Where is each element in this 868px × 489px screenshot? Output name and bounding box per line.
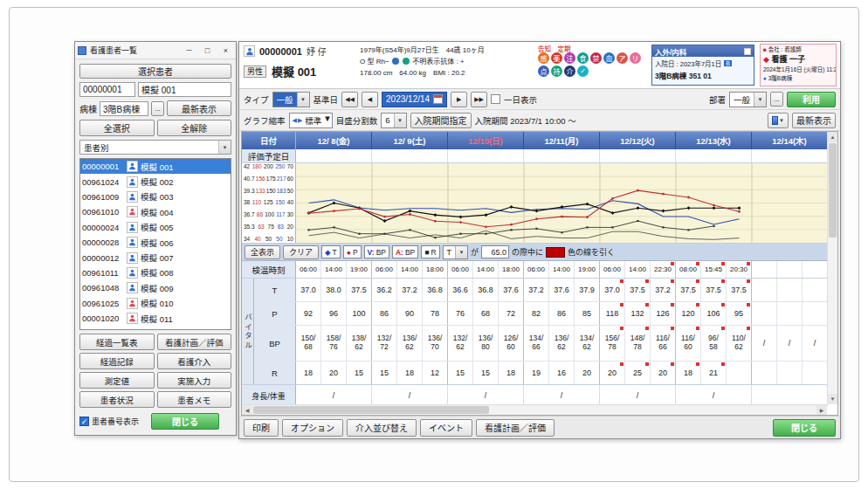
- eval-cell[interactable]: [448, 149, 524, 162]
- eval-cell[interactable]: [524, 149, 600, 162]
- patient-row[interactable]: 00000001模擬 001: [80, 159, 231, 174]
- time-cell[interactable]: [803, 261, 828, 278]
- vital-cell[interactable]: 118: [600, 302, 625, 325]
- vital-cell[interactable]: 37.0: [600, 279, 625, 301]
- bottom-button[interactable]: 看護計画／評価: [476, 419, 555, 437]
- vital-cell[interactable]: 116/66: [651, 326, 676, 361]
- status-badge-icon[interactable]: リ: [630, 52, 641, 64]
- time-cell[interactable]: 14:00: [549, 261, 575, 278]
- series-toggle-t[interactable]: ◆T: [321, 245, 341, 258]
- status-badge-icon[interactable]: ✓: [577, 65, 589, 77]
- vital-cell[interactable]: 36.6: [448, 279, 473, 301]
- height-weight-cell[interactable]: /: [448, 385, 524, 406]
- view-mode-dropdown[interactable]: 患者別 ▼: [79, 140, 231, 155]
- vital-cell[interactable]: /: [803, 326, 828, 361]
- time-cell[interactable]: 14:00: [397, 261, 423, 278]
- vital-cell[interactable]: 15: [473, 362, 499, 384]
- right-close-button[interactable]: 閉じる: [773, 419, 836, 437]
- threshold-color-swatch[interactable]: [546, 247, 565, 258]
- vital-cell[interactable]: 136/62: [397, 326, 423, 361]
- vital-cell[interactable]: [803, 279, 828, 301]
- patient-row[interactable]: 00961024模擬 002: [80, 174, 231, 189]
- period-specify-button[interactable]: 入院期間指定: [410, 113, 472, 128]
- series-toggle-bp[interactable]: V:BP: [364, 245, 389, 258]
- vital-cell[interactable]: 100: [347, 302, 372, 325]
- eval-cell[interactable]: [372, 149, 448, 162]
- height-weight-cell[interactable]: /: [676, 385, 752, 406]
- time-cell[interactable]: 20:30: [727, 261, 752, 278]
- patient-row[interactable]: 00000028模擬 006: [80, 235, 231, 250]
- scroll-right-icon[interactable]: ▶: [816, 405, 827, 415]
- time-cell[interactable]: [752, 261, 777, 278]
- day-header-cell[interactable]: 12/12(火): [600, 132, 676, 149]
- vital-cell[interactable]: /: [752, 326, 777, 361]
- time-cell[interactable]: 08:00: [676, 261, 701, 278]
- type-select[interactable]: 一般▼: [272, 92, 310, 107]
- vital-cell[interactable]: 16: [549, 362, 575, 384]
- one-day-checkbox[interactable]: [491, 94, 500, 104]
- vital-cell[interactable]: 20: [575, 362, 600, 384]
- vital-cell[interactable]: 37.2: [524, 279, 549, 301]
- select-all-button[interactable]: 全選択: [79, 120, 155, 136]
- vital-cell[interactable]: 36.8: [473, 279, 499, 301]
- prev-week-button[interactable]: ◀◀: [341, 92, 358, 107]
- vital-cell[interactable]: 78: [423, 302, 448, 325]
- vital-cell[interactable]: 126/60: [499, 326, 524, 361]
- patient-row[interactable]: 00000012模擬 007: [80, 250, 231, 265]
- action-button[interactable]: 看護介入: [157, 353, 232, 369]
- vital-cell[interactable]: 36.2: [372, 279, 397, 301]
- height-weight-cell[interactable]: [752, 385, 828, 406]
- vital-cell[interactable]: 15: [347, 362, 372, 384]
- vital-cell[interactable]: 36.8: [423, 279, 448, 301]
- vertical-scrollbar[interactable]: ▲ ▼: [827, 132, 837, 404]
- time-cell[interactable]: 19:00: [575, 261, 600, 278]
- patient-row[interactable]: 00001020模擬 011: [80, 311, 231, 326]
- time-cell[interactable]: 06:00: [600, 261, 625, 278]
- vital-cell[interactable]: 96/58: [701, 326, 727, 361]
- vital-cell[interactable]: [752, 362, 777, 384]
- day-header-cell[interactable]: 12/11(月): [524, 132, 600, 149]
- vital-cell[interactable]: 132/72: [372, 326, 397, 361]
- vital-cell[interactable]: 20: [600, 362, 625, 384]
- patient-row[interactable]: 00000024模擬 005: [80, 220, 231, 235]
- action-button[interactable]: 経過一覧表: [79, 334, 155, 350]
- vital-cell[interactable]: 138/62: [347, 326, 372, 361]
- ward-field[interactable]: 3階B病棟: [100, 101, 148, 116]
- day-header-cell[interactable]: 12/ 9(土): [372, 132, 448, 149]
- bottom-button[interactable]: イベント: [420, 419, 472, 437]
- vital-cell[interactable]: 37.5: [701, 279, 727, 301]
- scale-select[interactable]: ◀▶ 標準 ▼: [289, 113, 333, 128]
- deselect-all-button[interactable]: 全解除: [157, 120, 232, 136]
- vital-cell[interactable]: /: [777, 326, 803, 361]
- bottom-button[interactable]: 印刷: [244, 419, 279, 437]
- status-badge-icon[interactable]: 薬: [551, 52, 562, 64]
- clear-button[interactable]: クリア: [283, 245, 319, 259]
- horizontal-scrollbar[interactable]: ◀ ▶: [242, 404, 827, 415]
- time-cell[interactable]: 06:00: [448, 261, 473, 278]
- vital-cell[interactable]: 158/76: [321, 326, 347, 361]
- series-toggle-bp[interactable]: A:BP: [392, 245, 418, 258]
- vital-cell[interactable]: [777, 362, 803, 384]
- time-cell[interactable]: 18:00: [499, 261, 524, 278]
- selected-patient-name-field[interactable]: 模擬 001: [138, 82, 231, 97]
- time-cell[interactable]: [777, 261, 803, 278]
- scroll-down-icon[interactable]: ▼: [828, 394, 837, 404]
- vital-cell[interactable]: 37.2: [651, 279, 676, 301]
- time-cell[interactable]: 06:00: [296, 261, 321, 278]
- prev-day-button[interactable]: ◀: [362, 92, 378, 107]
- vital-cell[interactable]: 37.5: [676, 279, 701, 301]
- vital-cell[interactable]: [803, 302, 828, 325]
- scroll-up-icon[interactable]: ▲: [828, 132, 837, 142]
- patient-row[interactable]: 00961025模擬 010: [80, 296, 231, 311]
- vital-cell[interactable]: 96: [321, 302, 347, 325]
- status-badge-icon[interactable]: 食: [577, 52, 589, 64]
- vital-cell[interactable]: 37.6: [549, 279, 575, 301]
- patient-row[interactable]: 00961048模擬 009: [80, 280, 231, 295]
- vital-cell[interactable]: 86: [549, 302, 575, 325]
- vital-cell[interactable]: 72: [499, 302, 524, 325]
- time-cell[interactable]: 15:45: [701, 261, 727, 278]
- show-patient-number-checkbox[interactable]: ✓: [79, 417, 89, 426]
- vital-cell[interactable]: 12: [423, 362, 448, 384]
- vital-cell[interactable]: 18: [676, 362, 701, 384]
- vital-cell[interactable]: 37.5: [625, 279, 651, 301]
